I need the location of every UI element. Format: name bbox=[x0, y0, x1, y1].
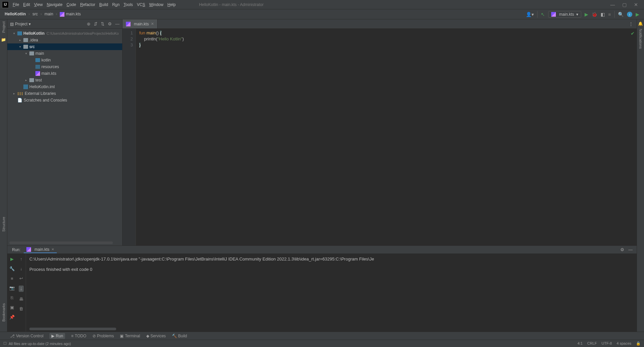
tree-mainkts[interactable]: main.kts bbox=[7, 70, 122, 77]
horizontal-scrollbar[interactable] bbox=[9, 241, 113, 244]
terminal-tool-button[interactable]: ▣Terminal bbox=[120, 334, 140, 338]
notifications-tool-button[interactable]: Notifications bbox=[639, 29, 643, 49]
version-control-button[interactable]: ⎇Version Control bbox=[10, 334, 43, 338]
todo-tool-button[interactable]: ≡TODO bbox=[71, 334, 86, 338]
run-config-selector[interactable]: main.kts ▾ bbox=[548, 11, 581, 18]
add-user-icon[interactable]: 👤▾ bbox=[526, 12, 534, 17]
search-icon[interactable]: 🔍 bbox=[618, 12, 624, 17]
horizontal-scrollbar[interactable] bbox=[29, 328, 116, 330]
chevron-right-icon[interactable]: ▸ bbox=[13, 92, 17, 95]
build-tool-button[interactable]: 🔨Build bbox=[172, 334, 187, 338]
tree-root[interactable]: ▾ HelloKotlin C:\Users\Administrator\Ide… bbox=[7, 30, 122, 37]
menu-refactor[interactable]: Refactor bbox=[80, 2, 95, 7]
tree-kotlin[interactable]: kotlin bbox=[7, 57, 122, 63]
tree-external-libraries[interactable]: ▸ ⫿⫿⫿ External Libraries bbox=[7, 90, 122, 97]
close-icon[interactable]: ✕ bbox=[151, 22, 154, 26]
menu-window[interactable]: Window bbox=[149, 2, 164, 7]
breadcrumb-project[interactable]: HelloKotlin bbox=[5, 12, 26, 16]
gear-icon[interactable]: ⚙ bbox=[620, 247, 624, 252]
expand-all-icon[interactable]: ⇵ bbox=[94, 21, 97, 26]
wrench-icon[interactable]: 🔧 bbox=[9, 266, 15, 271]
chevron-right-icon[interactable]: ▸ bbox=[25, 78, 29, 82]
tree-test[interactable]: ▸ test bbox=[7, 77, 122, 83]
tree-main[interactable]: ▾ main bbox=[7, 50, 122, 57]
menu-help[interactable]: Help bbox=[167, 2, 176, 7]
menu-run[interactable]: Run bbox=[112, 2, 120, 7]
pin-icon[interactable]: 📌 bbox=[9, 315, 15, 320]
run-actions-1: ▶ 🔧 ■ 📷 ⎘ ▣ 📌 bbox=[7, 254, 17, 332]
menu-file[interactable]: FFileile bbox=[13, 2, 19, 7]
breadcrumb-main[interactable]: main bbox=[44, 12, 53, 16]
project-view-selector[interactable]: ▤ Project ▾ bbox=[10, 22, 31, 26]
menu-view[interactable]: View bbox=[34, 2, 43, 7]
collapse-all-icon[interactable]: ⇅ bbox=[101, 21, 104, 26]
hide-icon[interactable]: — bbox=[115, 21, 120, 26]
code-area[interactable]: fun main() { println("Hello Kotlin") } bbox=[136, 29, 184, 245]
run-output[interactable]: C:\Users\Administrator\.jdks\openjdk-17.… bbox=[26, 254, 637, 332]
print-icon[interactable]: 🖶 bbox=[19, 297, 23, 302]
soft-wrap-icon[interactable]: ↩ bbox=[19, 276, 23, 281]
menu-build[interactable]: Build bbox=[99, 2, 108, 7]
tree-iml[interactable]: HelloKotlin.iml bbox=[7, 83, 122, 90]
maximize-icon[interactable]: ▢ bbox=[622, 2, 627, 7]
chevron-down-icon[interactable]: ▾ bbox=[13, 32, 17, 35]
stop-icon[interactable]: ■ bbox=[608, 12, 611, 17]
editor-tab-mainkts[interactable]: main.kts ✕ bbox=[123, 19, 158, 28]
layout-icon[interactable]: ▣ bbox=[10, 305, 14, 310]
debug-icon[interactable]: 🐞 bbox=[592, 12, 597, 17]
chevron-down-icon[interactable]: ▾ bbox=[25, 52, 29, 55]
problems-tool-button[interactable]: ⊘Problems bbox=[92, 334, 114, 338]
tree-src[interactable]: ▾ src bbox=[7, 43, 122, 50]
inspection-ok-icon[interactable]: ✔ bbox=[631, 31, 635, 36]
breadcrumb-file[interactable]: main.kts bbox=[60, 12, 81, 17]
menu-tools[interactable]: Tools bbox=[124, 2, 133, 7]
exit-icon[interactable]: ⎘ bbox=[11, 295, 13, 300]
menu-code[interactable]: Code bbox=[66, 2, 76, 7]
indent-config[interactable]: 4 spaces bbox=[617, 341, 631, 346]
caret-position[interactable]: 4:1 bbox=[578, 341, 583, 346]
close-icon[interactable]: ✕ bbox=[634, 2, 638, 7]
editor-body[interactable]: 1 2 3 fun main() { println("Hello Kotlin… bbox=[123, 29, 637, 245]
breadcrumb-src[interactable]: src bbox=[32, 12, 38, 16]
tree-scratches[interactable]: 📄 Scratches and Consoles bbox=[7, 97, 122, 104]
services-tool-button[interactable]: ◆Services bbox=[146, 334, 166, 338]
bottom-tool-strip: ⎇Version Control ▶Run ≡TODO ⊘Problems ▣T… bbox=[0, 332, 644, 340]
menu-navigate[interactable]: Navigate bbox=[47, 2, 62, 7]
dump-icon[interactable]: 📷 bbox=[9, 286, 15, 291]
update-icon[interactable]: ↑ bbox=[627, 12, 632, 17]
close-icon[interactable]: ✕ bbox=[51, 247, 54, 251]
structure-tool-button[interactable]: Structure bbox=[2, 217, 6, 232]
ide-play-icon[interactable]: ▶ bbox=[636, 12, 639, 17]
bookmarks-tool-button[interactable]: Bookmarks bbox=[2, 303, 6, 322]
run-tool-button[interactable]: ▶Run bbox=[49, 333, 65, 339]
up-icon[interactable]: ↑ bbox=[20, 256, 22, 262]
menu-vcs[interactable]: VCS bbox=[137, 2, 145, 7]
folder-icon[interactable]: 📁 bbox=[1, 37, 6, 42]
coverage-icon[interactable]: ◧ bbox=[601, 12, 605, 17]
minimize-icon[interactable]: — bbox=[610, 2, 615, 7]
hide-icon[interactable]: — bbox=[628, 247, 633, 252]
notifications-icon[interactable]: 🔔 bbox=[638, 21, 643, 26]
chevron-down-icon[interactable]: ▾ bbox=[19, 45, 23, 48]
line-separator[interactable]: CRLF bbox=[587, 341, 597, 346]
chevron-right-icon[interactable]: ▸ bbox=[19, 38, 23, 42]
lock-icon[interactable]: 🔒 bbox=[636, 341, 641, 346]
clear-icon[interactable]: 🗑 bbox=[19, 306, 23, 311]
more-icon[interactable]: ⋮ bbox=[629, 21, 637, 27]
scroll-to-end-icon[interactable]: ⤓ bbox=[19, 286, 24, 292]
file-encoding[interactable]: UTF-8 bbox=[602, 341, 612, 346]
rerun-icon[interactable]: ▶ bbox=[10, 256, 14, 262]
run-icon[interactable]: ▶ bbox=[585, 12, 588, 17]
tree-resources[interactable]: resources bbox=[7, 63, 122, 70]
hammer-icon[interactable]: ↖ bbox=[541, 12, 545, 17]
project-tool-button[interactable]: Project bbox=[2, 21, 6, 33]
gear-icon[interactable]: ⚙ bbox=[108, 21, 112, 26]
menu-edit[interactable]: Edit bbox=[23, 2, 30, 7]
tree-idea[interactable]: ▸ .idea bbox=[7, 37, 122, 43]
project-tree[interactable]: ▾ HelloKotlin C:\Users\Administrator\Ide… bbox=[7, 29, 122, 245]
run-tab[interactable]: main.kts ✕ bbox=[24, 246, 57, 253]
down-icon[interactable]: ↓ bbox=[20, 266, 22, 271]
stop-icon[interactable]: ■ bbox=[11, 276, 13, 281]
source-folder-icon bbox=[35, 58, 40, 62]
select-opened-file-icon[interactable]: ⊕ bbox=[87, 21, 90, 26]
